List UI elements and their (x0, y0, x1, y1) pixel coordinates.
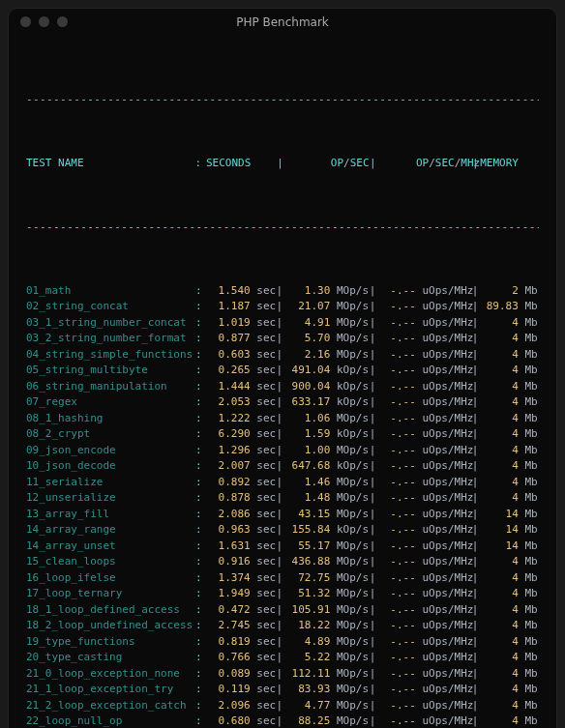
test-name: 05_string_multibyte (26, 363, 195, 379)
test-name: 21_1_loop_exception_try (26, 682, 195, 698)
minimize-icon[interactable] (39, 16, 49, 27)
col-sep: : (194, 156, 206, 172)
test-name: 19_type_functions (26, 634, 195, 651)
memory-value: 4 (479, 379, 518, 395)
opsecmhz-value: -.-- (376, 347, 415, 364)
seconds-value: 0.892 (206, 475, 250, 491)
seconds-value: 1.949 (206, 586, 250, 602)
memory-value: 4 (479, 363, 518, 379)
memory-value: 4 (479, 570, 518, 587)
memory-value: 4 (479, 347, 518, 364)
opsec-value: 1.48 (283, 490, 330, 507)
test-name: 03_1_string_number_concat (26, 315, 195, 332)
test-name: 04_string_simple_functions (26, 347, 195, 364)
memory-value: 89.83 (479, 299, 518, 315)
table-row: 21_2_loop_exception_catch:2.096 sec|4.77… (26, 698, 539, 714)
table-row: 08_1_hashing:1.222 sec|1.06 MOp/s|-.-- u… (26, 411, 539, 427)
seconds-value: 0.119 (206, 682, 250, 698)
opsec-value: 4.89 (283, 634, 330, 651)
table-row: 10_json_decode:2.007 sec|647.68 kOp/s|-.… (26, 458, 539, 475)
opsecmhz-value: -.-- (376, 490, 415, 507)
memory-value: 2 (479, 283, 518, 300)
table-row: 20_type_casting:0.766 sec|5.22 MOp/s|-.-… (26, 650, 539, 666)
seconds-value: 1.222 (206, 411, 250, 427)
seconds-value: 0.603 (206, 347, 250, 364)
traffic-lights[interactable] (20, 16, 68, 27)
test-name: 13_array_fill (26, 507, 195, 523)
table-row: 04_string_simple_functions:0.603 sec|2.1… (26, 347, 539, 364)
test-name: 10_json_decode (26, 458, 195, 475)
zoom-icon[interactable] (57, 16, 68, 27)
col-memory: MEMORY (480, 156, 519, 172)
opsec-value: 88.25 (283, 713, 330, 728)
test-name: 14_array_unset (26, 539, 195, 555)
seconds-value: 1.631 (206, 539, 250, 555)
table-body: 01_math:1.540 sec|1.30 MOp/s|-.-- uOps/M… (26, 283, 539, 729)
table-row: 16_loop_ifelse:1.374 sec|72.75 MOp/s|-.-… (26, 570, 539, 587)
opsec-value: 436.88 (283, 554, 330, 570)
seconds-value: 1.444 (206, 379, 250, 395)
opsecmhz-value: -.-- (376, 650, 415, 666)
col-seconds: SECONDS (206, 156, 251, 172)
test-name: 14_array_range (26, 522, 195, 539)
memory-value: 4 (479, 394, 518, 411)
seconds-value: 6.290 (206, 426, 250, 443)
opsec-value: 112.11 (283, 666, 330, 683)
table-row: 06_string_manipulation:1.444 sec|900.04 … (26, 379, 539, 395)
opsec-value: 1.00 (283, 443, 330, 459)
seconds-value: 0.472 (206, 602, 250, 619)
table-row: 03_1_string_number_concat:1.019 sec|4.91… (26, 315, 539, 332)
test-name: 08_2_crypt (26, 426, 195, 443)
memory-value: 4 (479, 602, 518, 619)
table-header: TEST NAME : SECONDS | OP/SEC | OP/SEC/MH… (26, 156, 539, 172)
table-row: 03_2_string_number_format:0.877 sec|5.70… (26, 331, 539, 347)
table-row: 09_json_encode:1.296 sec|1.00 MOp/s|-.--… (26, 443, 539, 459)
test-name: 18_2_loop_undefined_access (26, 618, 195, 634)
opsec-value: 43.15 (283, 507, 330, 523)
opsecmhz-value: -.-- (376, 698, 415, 714)
seconds-value: 0.963 (206, 522, 250, 539)
opsec-value: 55.17 (283, 539, 330, 555)
opsecmhz-value: -.-- (376, 618, 415, 634)
opsecmhz-value: -.-- (376, 539, 415, 555)
opsecmhz-value: -.-- (376, 475, 415, 491)
test-name: 16_loop_ifelse (26, 570, 195, 587)
table-row: 11_serialize:0.892 sec|1.46 MOp/s|-.-- u… (26, 475, 539, 491)
memory-value: 4 (479, 713, 518, 728)
opsec-value: 4.77 (283, 698, 330, 714)
opsec-value: 155.84 (283, 522, 330, 539)
opsec-value: 21.07 (283, 299, 330, 315)
seconds-value: 1.187 (206, 299, 250, 315)
terminal-window: PHP Benchmark --------------------------… (8, 8, 557, 728)
opsec-value: 647.68 (283, 458, 330, 475)
memory-value: 4 (479, 634, 518, 651)
seconds-value: 0.680 (206, 713, 250, 728)
test-name: 03_2_string_number_format (26, 331, 195, 347)
opsec-value: 105.91 (283, 602, 330, 619)
memory-value: 4 (479, 443, 518, 459)
opsec-value: 491.04 (283, 363, 330, 379)
opsecmhz-value: -.-- (376, 713, 415, 728)
memory-value: 4 (479, 458, 518, 475)
seconds-value: 1.374 (206, 570, 250, 587)
seconds-value: 0.766 (206, 650, 250, 666)
opsec-value: 4.91 (283, 315, 330, 332)
seconds-value: 2.053 (206, 394, 250, 411)
seconds-value: 2.086 (206, 507, 250, 523)
seconds-value: 0.265 (206, 363, 250, 379)
memory-value: 4 (479, 618, 518, 634)
opsecmhz-value: -.-- (376, 363, 415, 379)
table-row: 15_clean_loops:0.916 sec|436.88 MOp/s|-.… (26, 554, 539, 570)
close-icon[interactable] (20, 16, 31, 27)
opsecmhz-value: -.-- (376, 602, 415, 619)
test-name: 21_2_loop_exception_catch (26, 698, 195, 714)
opsecmhz-value: -.-- (376, 283, 415, 300)
seconds-value: 2.745 (206, 618, 250, 634)
table-row: 22_loop_null_op:0.680 sec|88.25 MOp/s|-.… (26, 713, 539, 728)
opsec-value: 1.30 (283, 283, 330, 300)
test-name: 07_regex (26, 394, 195, 411)
seconds-value: 2.007 (206, 458, 250, 475)
test-name: 17_loop_ternary (26, 586, 195, 602)
test-name: 22_loop_null_op (26, 713, 195, 728)
opsecmhz-value: -.-- (376, 682, 415, 698)
